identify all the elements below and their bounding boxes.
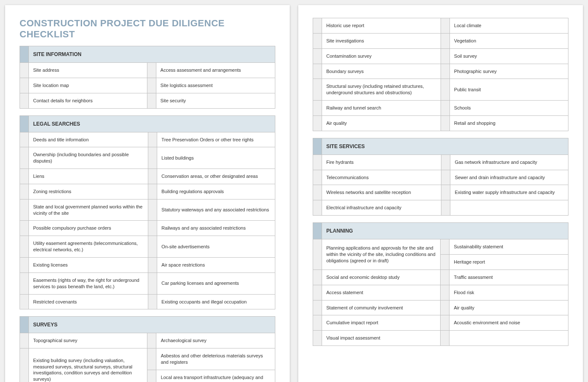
checklist-item: Retail and shopping xyxy=(449,115,568,131)
checklist-item: Contamination survey xyxy=(322,48,441,64)
header-check-spacer xyxy=(313,223,322,239)
checkbox[interactable] xyxy=(313,48,322,64)
checkbox[interactable] xyxy=(148,257,157,272)
checkbox[interactable] xyxy=(441,300,449,315)
checkbox[interactable] xyxy=(313,64,322,79)
checklist-item: Conservation areas, or other designated … xyxy=(157,169,275,184)
checkbox[interactable] xyxy=(20,257,29,272)
checklist-item: Access assessment and arrangements xyxy=(156,63,275,78)
checkbox[interactable] xyxy=(441,185,450,200)
checkbox[interactable] xyxy=(148,221,157,236)
checkbox[interactable] xyxy=(313,300,322,315)
checkbox[interactable] xyxy=(148,184,157,199)
section-header: SURVEYS xyxy=(29,317,275,333)
checklist-item: Car parking licenses and agreements xyxy=(157,272,275,294)
checklist-item: Electrical infrastructure and capacity xyxy=(322,200,441,216)
checkbox[interactable] xyxy=(313,18,322,34)
checkbox[interactable] xyxy=(20,63,29,78)
checkbox[interactable] xyxy=(313,170,322,185)
section-surveys-continued: Historic use reportLocal climate Site in… xyxy=(313,18,568,131)
checkbox[interactable] xyxy=(441,33,449,48)
checkbox[interactable] xyxy=(441,200,450,216)
checklist-item: Existing building survey (including valu… xyxy=(29,348,147,382)
checklist-item: Contact details for neighbors xyxy=(29,93,147,108)
checkbox[interactable] xyxy=(20,147,29,169)
checkbox[interactable] xyxy=(313,270,322,285)
checkbox[interactable] xyxy=(20,221,29,236)
checklist-item: Railway and tunnel search xyxy=(322,101,441,116)
checklist-item: Local climate xyxy=(449,18,568,34)
checkbox[interactable] xyxy=(147,370,156,382)
checklist-item: Building regulations approvals xyxy=(157,184,275,199)
checkbox[interactable] xyxy=(313,331,322,346)
checkbox[interactable] xyxy=(441,154,450,170)
checkbox[interactable] xyxy=(441,115,449,131)
checkbox[interactable] xyxy=(441,64,449,79)
checkbox[interactable] xyxy=(441,239,449,255)
checkbox[interactable] xyxy=(20,184,29,199)
checkbox[interactable] xyxy=(20,294,29,309)
checkbox[interactable] xyxy=(20,169,29,184)
checkbox[interactable] xyxy=(148,294,157,309)
checklist-item: Local area transport infrastructure (ade… xyxy=(156,370,275,382)
checkbox[interactable] xyxy=(20,348,29,382)
checkbox[interactable] xyxy=(148,169,157,184)
checkbox[interactable] xyxy=(147,333,156,348)
checkbox[interactable] xyxy=(20,199,29,221)
checkbox[interactable] xyxy=(148,199,157,221)
checkbox[interactable] xyxy=(441,101,449,116)
checkbox[interactable] xyxy=(20,78,29,93)
checkbox[interactable] xyxy=(20,132,29,147)
checkbox[interactable] xyxy=(20,272,29,294)
checkbox[interactable] xyxy=(313,154,322,170)
checklist-item: Public transit xyxy=(449,79,568,101)
section-header: SITE SERVICES xyxy=(322,138,568,154)
checkbox[interactable] xyxy=(441,18,449,34)
checklist-item: Tree Preservation Orders or other tree r… xyxy=(157,132,275,147)
checkbox[interactable] xyxy=(441,285,449,300)
checkbox[interactable] xyxy=(441,79,449,101)
checklist-item: Cumulative impact report xyxy=(322,315,441,331)
checklist-item: Telecommunications xyxy=(322,170,441,185)
checklist-item: Air quality xyxy=(322,115,441,131)
checkbox[interactable] xyxy=(20,333,29,348)
checkbox[interactable] xyxy=(441,331,449,346)
checkbox[interactable] xyxy=(147,93,156,108)
checkbox[interactable] xyxy=(147,63,156,78)
checklist-item: Boundary surveys xyxy=(322,64,441,79)
checkbox[interactable] xyxy=(20,236,29,258)
checkbox[interactable] xyxy=(148,236,157,258)
checklist-item: Heritage report xyxy=(449,254,568,270)
checklist-item: Vegetation xyxy=(449,33,568,48)
checkbox[interactable] xyxy=(313,315,322,331)
checkbox[interactable] xyxy=(313,79,322,101)
checklist-item: Air quality xyxy=(449,300,568,315)
checkbox[interactable] xyxy=(313,101,322,116)
checkbox[interactable] xyxy=(313,200,322,216)
checkbox[interactable] xyxy=(148,147,157,169)
checkbox[interactable] xyxy=(313,115,322,131)
checklist-item: Social and economic desktop study xyxy=(322,270,441,285)
checklist-item: Possible compulsory purchase orders xyxy=(29,221,148,236)
checklist-item: Photographic survey xyxy=(449,64,568,79)
checkbox[interactable] xyxy=(147,78,156,93)
checklist-item: Site security xyxy=(156,93,275,108)
checkbox[interactable] xyxy=(313,33,322,48)
checklist-item: Structural survey (including retained st… xyxy=(322,79,441,101)
checkbox[interactable] xyxy=(441,315,449,331)
checkbox[interactable] xyxy=(441,270,449,285)
checkbox[interactable] xyxy=(313,185,322,200)
checklist-item: Liens xyxy=(29,169,148,184)
checklist-item: Sewer and drain infrastructure and capac… xyxy=(450,170,568,185)
checklist-item: Air space restrictions xyxy=(157,257,275,272)
checkbox[interactable] xyxy=(148,272,157,294)
checkbox[interactable] xyxy=(148,132,157,147)
page-1: CONSTRUCTION PROJECT DUE DILIGENCE CHECK… xyxy=(5,5,290,382)
checkbox[interactable] xyxy=(441,170,450,185)
checkbox[interactable] xyxy=(147,348,156,370)
checkbox[interactable] xyxy=(20,93,29,108)
checkbox[interactable] xyxy=(313,239,322,270)
checkbox[interactable] xyxy=(441,48,449,64)
checkbox[interactable] xyxy=(313,285,322,300)
checkbox[interactable] xyxy=(441,254,449,270)
